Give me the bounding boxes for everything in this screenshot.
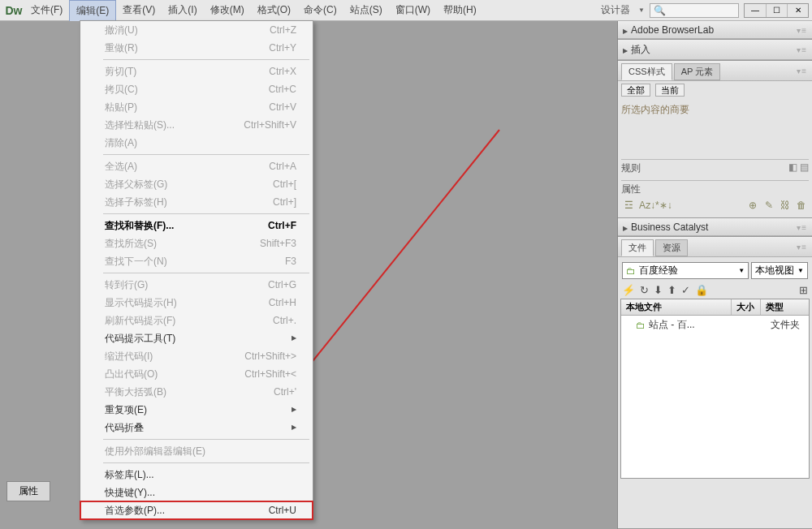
menu-help[interactable]: 帮助(H) — [437, 0, 483, 20]
menu-item[interactable]: 快捷键(Y)... — [80, 484, 313, 501]
panel-files: 文件 资源 ▾≡ 🗀 百度经验 ▼ 本地视图 ▼ ⚡ ↻ ⬇ — [618, 237, 812, 529]
menu-item[interactable]: 选择父标签(G)Ctrl+[ — [80, 175, 313, 193]
rules-icon[interactable]: ◧ ▤ — [788, 161, 809, 175]
col-size[interactable]: 大小 — [732, 299, 761, 315]
menu-item[interactable]: 查找所选(S)Shift+F3 — [80, 234, 313, 252]
panel-menu-icon[interactable]: ▾≡ — [797, 67, 807, 75]
menu-item[interactable]: 重做(R)Ctrl+Y — [80, 39, 313, 57]
tab-assets[interactable]: 资源 — [655, 239, 688, 256]
menu-item[interactable]: 显示代码提示(H)Ctrl+H — [80, 294, 313, 312]
menu-view[interactable]: 查看(V) — [116, 0, 162, 20]
menu-item[interactable]: 平衡大括弧(B)Ctrl+' — [80, 383, 313, 401]
menu-item[interactable]: 剪切(T)Ctrl+X — [80, 62, 313, 80]
files-toolbar-icons: ⚡ ↻ ⬇ ⬆ ✓ 🔒 ⊞ — [620, 282, 810, 299]
menu-item[interactable]: 选择性粘贴(S)...Ctrl+Shift+V — [80, 116, 313, 134]
menu-commands[interactable]: 命令(C) — [297, 0, 343, 20]
css-summary-text: 所选内容的商要 — [621, 100, 809, 120]
search-icon: 🔍 — [654, 5, 666, 16]
attach-icon[interactable]: ⊕ — [747, 200, 758, 211]
menu-item[interactable]: 清除(A) — [80, 134, 313, 152]
tab-ap-elements[interactable]: AP 元素 — [674, 63, 721, 80]
panel-title[interactable]: 插入 — [631, 44, 650, 55]
menu-item[interactable]: 查找下一个(N)F3 — [80, 252, 313, 270]
menu-site[interactable]: 站点(S) — [343, 0, 389, 20]
menu-item[interactable]: 代码提示工具(T) — [80, 329, 313, 347]
panel-browserlab: ▶Adobe BrowserLab▾≡ — [618, 21, 812, 40]
workspace-switcher[interactable]: 设计器 — [598, 3, 633, 17]
panel-business-catalyst: ▶Business Catalyst▾≡ — [618, 218, 812, 237]
cascade-icon[interactable]: *∗↓ — [655, 200, 667, 211]
maximize-button[interactable]: ☐ — [766, 4, 787, 17]
refresh-icon[interactable]: ↻ — [640, 284, 649, 296]
checkin-icon[interactable]: 🔒 — [695, 284, 708, 296]
new-rule-icon[interactable]: ✎ — [763, 200, 775, 211]
window-controls: — ☐ ✕ — [744, 3, 809, 18]
menu-item[interactable]: 撤消(U)Ctrl+Z — [80, 21, 313, 39]
menu-item[interactable]: 使用外部编辑器编辑(E) — [80, 442, 313, 460]
sort-icon[interactable]: ☲ — [623, 200, 634, 211]
edit-menu-dropdown: 撤消(U)Ctrl+Z重做(R)Ctrl+Y剪切(T)Ctrl+X拷贝(C)Ct… — [80, 20, 313, 520]
menu-item[interactable]: 选择子标签(H)Ctrl+] — [80, 193, 313, 211]
menu-item[interactable]: 重复项(E) — [80, 401, 313, 419]
menu-item[interactable]: 转到行(G)Ctrl+G — [80, 276, 313, 294]
menu-item[interactable]: 查找和替换(F)...Ctrl+F — [80, 217, 313, 234]
minimize-button[interactable]: — — [745, 4, 766, 17]
props-label: 属性 — [621, 183, 641, 195]
connect-icon[interactable]: ⚡ — [622, 284, 635, 296]
properties-tab[interactable]: 属性 — [6, 481, 50, 501]
menu-edit[interactable]: 编辑(E) — [69, 0, 116, 21]
menu-item[interactable]: 代码折叠 — [80, 419, 313, 437]
menu-item[interactable]: 拷贝(C)Ctrl+C — [80, 80, 313, 98]
file-row[interactable]: 🗀站点 - 百... 文件夹 — [621, 316, 809, 334]
menubar: Dw 文件(F) 编辑(E) 查看(V) 插入(I) 修改(M) 格式(O) 命… — [0, 0, 812, 21]
rules-label: 规则 — [621, 161, 641, 175]
menu-item[interactable]: 粘贴(P)Ctrl+V — [80, 98, 313, 116]
chevron-down-icon: ▼ — [638, 6, 645, 14]
css-toolbar: ☲ Aᴢ↓ *∗↓ ⊕ ✎ ⛓ 🗑 — [621, 196, 809, 214]
expand-icon[interactable]: ⊞ — [799, 284, 808, 296]
get-icon[interactable]: ⬇ — [654, 284, 663, 296]
panel-title[interactable]: Business Catalyst — [631, 221, 708, 233]
az-icon[interactable]: Aᴢ↓ — [639, 200, 650, 211]
panel-menu-icon[interactable]: ▾≡ — [797, 45, 807, 54]
panel-menu-icon[interactable]: ▾≡ — [797, 223, 807, 232]
view-selector[interactable]: 本地视图 ▼ — [751, 262, 808, 279]
css-current-button[interactable]: 当前 — [655, 84, 685, 97]
panel-menu-icon[interactable]: ▾≡ — [797, 26, 807, 35]
file-table: 本地文件 大小 类型 🗀站点 - 百... 文件夹 — [620, 299, 810, 479]
site-selector[interactable]: 🗀 百度经验 ▼ — [622, 262, 749, 279]
close-button[interactable]: ✕ — [787, 4, 808, 17]
menu-window[interactable]: 窗口(W) — [389, 0, 437, 20]
panel-menu-icon[interactable]: ▾≡ — [797, 243, 807, 252]
menu-item[interactable]: 凸出代码(O)Ctrl+Shift+< — [80, 365, 313, 383]
folder-icon: 🗀 — [636, 320, 646, 331]
panel-insert: ▶插入▾≡ — [618, 40, 812, 61]
tab-css-styles[interactable]: CSS样式 — [621, 63, 672, 80]
search-input[interactable]: 🔍 — [650, 3, 739, 18]
menu-item[interactable]: 缩进代码(I)Ctrl+Shift+> — [80, 347, 313, 365]
menu-modify[interactable]: 修改(M) — [204, 0, 251, 20]
css-all-button[interactable]: 全部 — [621, 84, 650, 97]
menu-format[interactable]: 格式(O) — [251, 0, 297, 20]
right-panel-dock: ▶Adobe BrowserLab▾≡ ▶插入▾≡ CSS样式 AP 元素 ▾≡… — [617, 21, 812, 529]
menu-item[interactable]: 首选参数(P)...Ctrl+U — [80, 501, 313, 519]
menu-item[interactable]: 标签库(L)... — [80, 466, 313, 484]
menu-item[interactable]: 刷新代码提示(F)Ctrl+. — [80, 312, 313, 329]
panel-title[interactable]: Adobe BrowserLab — [631, 24, 714, 36]
checkout-icon[interactable]: ✓ — [681, 284, 690, 296]
link-icon[interactable]: ⛓ — [780, 200, 791, 211]
menu-item[interactable]: 全选(A)Ctrl+A — [80, 157, 313, 175]
col-localfile[interactable]: 本地文件 — [621, 299, 732, 315]
col-type[interactable]: 类型 — [761, 299, 809, 315]
tab-files[interactable]: 文件 — [621, 239, 654, 256]
folder-icon: 🗀 — [626, 265, 636, 277]
menu-insert[interactable]: 插入(I) — [162, 0, 203, 20]
panel-css: CSS样式 AP 元素 ▾≡ 全部 当前 所选内容的商要 规则 ◧ ▤ 属性 ☲… — [618, 61, 812, 218]
app-logo: Dw — [3, 0, 24, 21]
menu-file[interactable]: 文件(F) — [24, 0, 69, 20]
trash-icon[interactable]: 🗑 — [796, 200, 807, 211]
put-icon[interactable]: ⬆ — [667, 284, 676, 296]
